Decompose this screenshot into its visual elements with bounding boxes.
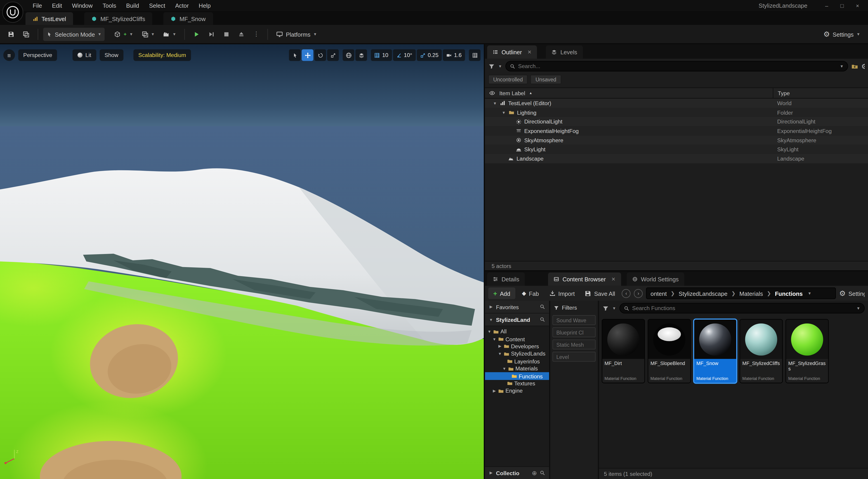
outliner-row-testlevel[interactable]: ▼ TestLevel (Editor) World [485, 99, 868, 108]
outliner-row-directionallight[interactable]: DirectionalLight DirectionalLight [485, 117, 868, 126]
eject-button[interactable] [235, 27, 248, 41]
tab-levels[interactable]: Levels [546, 46, 583, 59]
menu-window[interactable]: Window [67, 0, 98, 11]
tab-testlevel[interactable]: TestLevel [26, 12, 73, 25]
viewport-options-button[interactable]: ≡ [3, 49, 15, 61]
breadcrumb[interactable]: ontent ❯ StylizedLandscape ❯ Materials ❯… [646, 288, 836, 299]
uncontrolled-badge[interactable]: Uncontrolled [488, 75, 528, 84]
asset-mf-stylizedcliffs[interactable]: MF_StylizedCliffs Material Function [740, 319, 783, 383]
play-options-kebab[interactable]: ⋮ [250, 27, 262, 41]
filter-static-mesh[interactable]: Static Mesh [553, 339, 596, 350]
filter-level[interactable]: Level [553, 352, 596, 362]
tree-item-engine[interactable]: ▶ Engine [485, 387, 549, 395]
frame-skip-button[interactable] [205, 27, 218, 41]
outliner-row-exponentialheightfog[interactable]: ExponentialHeightFog ExponentialHeightFo… [485, 126, 868, 136]
platforms-dropdown[interactable]: Platforms▼ [273, 27, 320, 41]
scale-snap-control[interactable]: 0.25 [416, 49, 442, 61]
tree-item-functions[interactable]: Functions [485, 372, 549, 380]
browse-content-button[interactable] [20, 27, 33, 41]
column-type[interactable]: Type [778, 90, 790, 96]
collections-section[interactable]: ▶Collectio ⊕ [485, 466, 549, 479]
search-icon[interactable] [540, 470, 545, 476]
move-tool-button[interactable] [302, 49, 313, 61]
selection-mode-dropdown[interactable]: Selection Mode▼ [43, 27, 105, 41]
camera-speed-control[interactable]: 1.6 [443, 49, 465, 61]
tree-item-content[interactable]: ▼ Content [485, 335, 549, 343]
tab-details[interactable]: Details [487, 272, 525, 286]
outliner-row-skylight[interactable]: SkyLight SkyLight [485, 145, 868, 154]
close-button[interactable]: × [850, 2, 865, 9]
maximize-button[interactable]: □ [835, 2, 849, 9]
unreal-logo-icon[interactable] [2, 2, 23, 23]
menu-build[interactable]: Build [121, 0, 144, 11]
column-item-label[interactable]: Item Label [499, 90, 525, 96]
rotation-snap-control[interactable]: 10° [393, 49, 416, 61]
filter-sound-wave[interactable]: Sound Wave [553, 315, 596, 325]
perspective-dropdown[interactable]: Perspective [18, 49, 57, 61]
forward-button[interactable]: › [634, 289, 643, 298]
tree-item-stylizedlandscape[interactable]: ▼ StylizedLands [485, 350, 549, 358]
tab-mf-snow[interactable]: MF_Snow [163, 12, 213, 25]
asset-mf-snow[interactable]: MF_Snow Material Function [694, 319, 737, 383]
asset-filter-icon[interactable] [602, 305, 609, 311]
show-dropdown[interactable]: Show [99, 49, 123, 61]
content-browser-settings-button[interactable]: ⚙ Settings [839, 290, 865, 297]
menu-file[interactable]: File [28, 0, 47, 11]
add-actor-button[interactable]: +▼ [111, 27, 136, 41]
play-button[interactable] [190, 27, 204, 41]
menu-edit[interactable]: Edit [47, 0, 67, 11]
filter-blueprint-class[interactable]: Blueprint Cl [553, 327, 596, 337]
favorites-section[interactable]: ▶Favorites [485, 301, 549, 313]
tree-item-developers[interactable]: ▶ Developers [485, 342, 549, 350]
blueprints-button[interactable]: ▼ [138, 27, 158, 41]
fab-button[interactable]: ◆ Fab [519, 288, 542, 299]
asset-mf-stylizedgrass[interactable]: MF_StylizedGrass Material Function [785, 319, 829, 383]
grid-snap-control[interactable]: 10 [371, 49, 392, 61]
search-icon[interactable] [540, 317, 545, 322]
unsaved-badge[interactable]: Unsaved [530, 75, 561, 84]
tab-content-browser[interactable]: Content Browser✕ [548, 272, 621, 286]
outliner-search-input[interactable]: Search... ▼ [505, 61, 848, 71]
import-button[interactable]: Import [546, 288, 578, 299]
breadcrumb-content[interactable]: ontent [651, 290, 667, 297]
cinematics-button[interactable]: ▼ [160, 27, 180, 41]
menu-select[interactable]: Select [144, 0, 170, 11]
breadcrumb-functions[interactable]: Functions [775, 290, 803, 297]
back-button[interactable]: ‹ [622, 289, 631, 298]
scalability-warning[interactable]: Scalability: Medium [133, 49, 191, 61]
add-folder-icon[interactable] [851, 63, 858, 69]
minimize-button[interactable]: – [819, 2, 834, 9]
search-icon[interactable] [540, 304, 545, 309]
add-collection-icon[interactable]: ⊕ [532, 470, 537, 477]
tab-mf-stylizedcliffs[interactable]: MF_StylizedCliffs [84, 12, 152, 25]
tree-item-materials[interactable]: ▼ Materials [485, 365, 549, 372]
viewport-layout-button[interactable] [469, 49, 480, 61]
outliner-settings-icon[interactable]: ⚙ [862, 63, 865, 69]
add-asset-button[interactable]: +Add [488, 288, 515, 299]
outliner-row-landscape[interactable]: Landscape Landscape [485, 154, 868, 163]
select-tool-button[interactable] [289, 49, 301, 61]
project-source-section[interactable]: ▼StylizedLand [485, 313, 549, 326]
tree-item-layerinfos[interactable]: Layerinfos [485, 358, 549, 365]
scale-tool-button[interactable] [327, 49, 339, 61]
outliner-filter-icon[interactable] [488, 63, 495, 69]
tab-outliner[interactable]: Outliner✕ [487, 46, 537, 59]
asset-mf-dirt[interactable]: MF_Dirt Material Function [602, 319, 645, 383]
outliner-row-lighting[interactable]: ▼ Lighting Folder [485, 108, 868, 117]
eye-icon[interactable] [489, 90, 495, 96]
stop-button[interactable] [220, 27, 233, 41]
outliner-row-skyatmosphere[interactable]: SkyAtmosphere SkyAtmosphere [485, 136, 868, 145]
view-mode-dropdown[interactable]: Lit [72, 49, 96, 61]
breadcrumb-materials[interactable]: Materials [739, 290, 763, 297]
surface-snapping-button[interactable] [355, 49, 367, 61]
asset-mf-slopeblend[interactable]: MF_SlopeBlend Material Function [648, 319, 691, 383]
breadcrumb-stylizedlandscape[interactable]: StylizedLandscape [679, 290, 727, 297]
menu-actor[interactable]: Actor [170, 0, 194, 11]
asset-search-input[interactable]: Search Functions ▼ [619, 303, 865, 314]
settings-dropdown[interactable]: ⚙ Settings▼ [820, 27, 864, 41]
save-all-button[interactable]: Save All [581, 288, 618, 299]
world-local-toggle[interactable] [343, 49, 354, 61]
close-tab-icon[interactable]: ✕ [611, 276, 615, 282]
menu-help[interactable]: Help [194, 0, 216, 11]
level-viewport[interactable]: z ≡ Perspective Lit Show Scalability: Me… [0, 44, 484, 479]
